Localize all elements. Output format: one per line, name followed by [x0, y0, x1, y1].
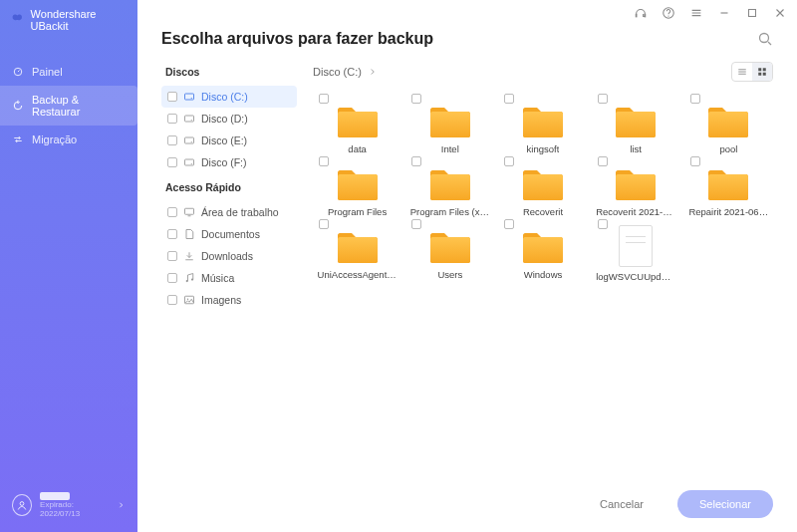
checkbox[interactable]	[504, 219, 514, 229]
checkbox[interactable]	[319, 156, 329, 166]
breadcrumb-current: Disco (C:)	[313, 66, 362, 78]
tile-label: list	[630, 143, 642, 154]
folder-icon	[706, 102, 750, 139]
checkbox[interactable]	[690, 156, 700, 166]
chevron-right-icon	[117, 500, 126, 510]
nav-label: Backup & Restaurar	[32, 94, 126, 118]
document-icon	[183, 228, 195, 240]
folder-icon	[428, 164, 472, 202]
tree-item-disco-f[interactable]: Disco (F:)	[161, 151, 297, 173]
tile-label: Recoverit 2021-06-...	[596, 206, 675, 217]
user-block[interactable]: Expirado: 2022/07/13	[0, 482, 137, 532]
tile-label: Users	[437, 269, 462, 280]
checkbox[interactable]	[504, 156, 514, 166]
tile-label: Repairit 2021-06-1...	[688, 206, 768, 217]
folder-tile[interactable]: Users	[405, 217, 494, 282]
tree-item-disco-c[interactable]: Disco (C:)	[161, 86, 297, 108]
view-list-button[interactable]	[732, 63, 752, 81]
select-button[interactable]: Selecionar	[677, 490, 773, 518]
checkbox[interactable]	[411, 94, 421, 104]
tile-label: Windows	[524, 269, 563, 280]
brand-logo-icon	[10, 12, 25, 28]
sidebar-nav: Painel Backup & Restaurar Migração	[0, 58, 137, 482]
checkbox[interactable]	[598, 156, 608, 166]
checkbox[interactable]	[411, 156, 421, 166]
folder-tile[interactable]: kingsoft	[498, 92, 587, 154]
checkbox[interactable]	[167, 273, 177, 283]
user-expires: Expirado: 2022/07/13	[40, 500, 109, 518]
folder-tile[interactable]: Recoverit 2021-06-...	[592, 154, 680, 217]
file-tile[interactable]: logWSVCUUpdate...	[592, 217, 680, 282]
nav-label: Migração	[32, 133, 77, 145]
menu-icon[interactable]	[689, 6, 703, 20]
tree-label: Disco (F:)	[201, 156, 247, 168]
checkbox[interactable]	[319, 94, 329, 104]
search-icon[interactable]	[757, 31, 773, 47]
tile-label: Program Files (x86)	[410, 206, 490, 217]
folder-tile[interactable]: pool	[684, 92, 773, 154]
checkbox[interactable]	[167, 251, 177, 261]
tile-label: data	[348, 143, 367, 154]
tree-item-imagens[interactable]: Imagens	[161, 289, 297, 311]
backup-icon	[12, 100, 24, 112]
checkbox[interactable]	[167, 295, 177, 305]
brand: Wondershare UBackit	[0, 0, 137, 40]
cancel-button[interactable]: Cancelar	[578, 490, 665, 518]
breadcrumb[interactable]: Disco (C:)	[313, 66, 378, 78]
folder-tile[interactable]: Program Files (x86)	[405, 154, 494, 217]
file-grid: dataIntelkingsoftlistpoolProgram FilesPr…	[313, 92, 773, 476]
close-icon[interactable]	[773, 6, 787, 20]
folder-tile[interactable]: Intel	[405, 92, 494, 154]
user-icon	[16, 499, 28, 511]
help-icon[interactable]	[662, 6, 675, 20]
view-grid-button[interactable]	[752, 63, 772, 81]
checkbox[interactable]	[167, 114, 177, 124]
tree-label: Disco (C:)	[201, 91, 248, 103]
image-icon	[183, 294, 195, 306]
tree-item-disco-e[interactable]: Disco (E:)	[161, 130, 297, 151]
folder-tile[interactable]: data	[313, 92, 401, 154]
tree-item-disco-d[interactable]: Disco (D:)	[161, 108, 297, 130]
sidebar-item-painel[interactable]: Painel	[0, 58, 137, 86]
folder-icon	[521, 227, 565, 265]
tree-heading-discos: Discos	[165, 66, 297, 78]
avatar	[12, 494, 32, 516]
checkbox[interactable]	[167, 207, 177, 217]
checkbox[interactable]	[319, 219, 329, 229]
folder-tile[interactable]: UniAccessAgentD...	[313, 217, 401, 282]
folder-tile[interactable]: list	[592, 92, 680, 154]
tile-label: logWSVCUUpdate...	[596, 271, 675, 282]
checkbox[interactable]	[598, 94, 608, 104]
tree-item-documentos[interactable]: Documentos	[161, 223, 297, 245]
checkbox[interactable]	[167, 157, 177, 167]
folder-tile[interactable]: Recoverit	[498, 154, 587, 217]
migrate-icon	[12, 133, 24, 145]
checkbox[interactable]	[598, 219, 608, 229]
checkbox[interactable]	[411, 219, 421, 229]
minimize-icon[interactable]	[717, 6, 731, 20]
maximize-icon[interactable]	[745, 6, 759, 20]
folder-tile[interactable]: Windows	[498, 217, 587, 282]
disk-icon	[183, 134, 195, 146]
checkbox[interactable]	[167, 92, 177, 102]
checkbox[interactable]	[167, 229, 177, 239]
tree-item-desktop[interactable]: Área de trabalho	[161, 201, 297, 223]
tree-item-musica[interactable]: Música	[161, 267, 297, 289]
tree-label: Disco (D:)	[201, 113, 248, 125]
tree-label: Música	[201, 272, 234, 284]
sidebar: Wondershare UBackit Painel Backup & Rest…	[0, 0, 137, 532]
tree-label: Downloads	[201, 250, 253, 262]
folder-icon	[521, 164, 565, 202]
support-icon[interactable]	[634, 6, 648, 20]
checkbox[interactable]	[167, 135, 177, 145]
checkbox[interactable]	[690, 94, 700, 104]
sidebar-item-migracao[interactable]: Migração	[0, 126, 137, 153]
list-view-icon	[736, 66, 748, 78]
tree: Discos Disco (C:) Disco (D:)	[161, 62, 297, 476]
checkbox[interactable]	[504, 94, 514, 104]
file-panel: Disco (C:) dataIntelkingsoftlistpoolProg…	[313, 62, 773, 476]
folder-tile[interactable]: Repairit 2021-06-1...	[684, 154, 773, 217]
folder-tile[interactable]: Program Files	[313, 154, 401, 217]
sidebar-item-backup-restaurar[interactable]: Backup & Restaurar	[0, 86, 137, 126]
tree-item-downloads[interactable]: Downloads	[161, 245, 297, 267]
